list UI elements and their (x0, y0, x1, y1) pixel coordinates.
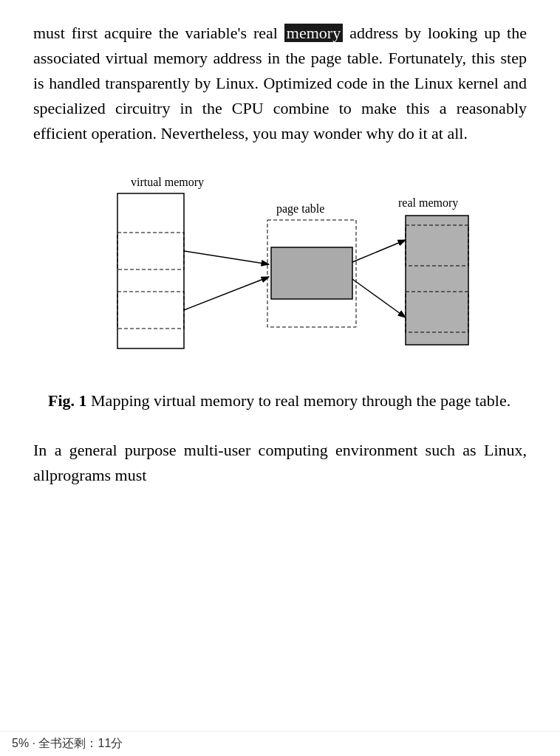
diagram-area: virtual memory page table (81, 170, 479, 377)
svg-line-8 (352, 279, 406, 317)
figure-container: virtual memory page table (33, 170, 527, 413)
page-content: must first acquire the variable's real m… (0, 0, 560, 509)
highlight-memory: memory (284, 24, 343, 42)
main-paragraph: must first acquire the variable's real m… (33, 21, 527, 146)
fig-caption-text: Mapping virtual memory to real memory th… (87, 391, 511, 410)
svg-line-7 (352, 240, 406, 262)
virtual-memory-label: virtual memory (131, 176, 204, 189)
svg-rect-0 (117, 193, 184, 348)
remaining-value: 11分 (98, 737, 123, 749)
remaining-label: 全书还剩： (38, 737, 98, 749)
svg-rect-9 (406, 216, 468, 345)
page-table-label: page table (276, 202, 324, 216)
progress-percent: 5% (12, 737, 29, 749)
status-dot: · (33, 737, 35, 749)
fig-label: Fig. 1 (48, 391, 87, 410)
status-bar: 5% · 全书还剩：11分 (0, 731, 560, 756)
text-before-highlight: must first acquire the variable's real (33, 24, 284, 42)
real-memory-label: real memory (398, 196, 458, 210)
svg-line-3 (184, 251, 269, 264)
svg-rect-5 (271, 247, 352, 299)
svg-line-4 (184, 277, 269, 310)
diagram-svg: virtual memory page table (81, 170, 479, 377)
figure-caption: Fig. 1 Mapping virtual memory to real me… (33, 388, 527, 413)
bottom-paragraph: In a general purpose multi-user computin… (33, 438, 527, 488)
